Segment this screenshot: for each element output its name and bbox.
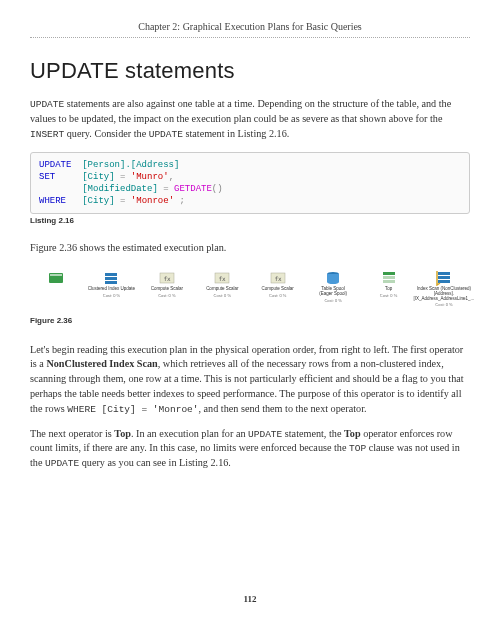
svg-rect-14	[383, 272, 395, 275]
operator-cost: Cost: 0 %	[214, 293, 231, 298]
listing-caption: Listing 2.16	[30, 216, 470, 227]
paragraph-2: Figure 2.36 shows the estimated executio…	[30, 241, 470, 256]
term: Top	[114, 428, 131, 439]
svg-point-13	[327, 280, 339, 284]
operator-label: Compute Scalar	[262, 287, 294, 292]
operator-label: Index Scan (NonClustered) [Address].[IX_…	[414, 287, 475, 302]
operator-label: Table Spool (Eager Spool)	[319, 287, 347, 297]
svg-rect-15	[383, 276, 395, 279]
plan-operator: fxCompute ScalarCost: 0 %	[141, 270, 193, 298]
plan-operator: Index Scan (NonClustered) [Address].[IX_…	[418, 270, 470, 308]
term: NonClustered Index Scan	[46, 358, 157, 369]
scan-icon	[436, 270, 452, 286]
operator-cost: Cost: 0 %	[435, 302, 452, 307]
sql-identifier: [City]	[66, 196, 120, 206]
sql-string: 'Munro'	[125, 172, 168, 182]
svg-rect-17	[438, 272, 450, 275]
operator-cost: Cost: 0 %	[103, 293, 120, 298]
svg-rect-4	[105, 281, 117, 284]
text: statement, the	[282, 428, 344, 439]
page-number: 112	[0, 593, 500, 605]
plan-operator: Table Spool (Eager Spool)Cost: 0 %	[307, 270, 359, 303]
operator-label: Clustered Index Update	[88, 287, 135, 292]
operator-cost: Cost: 0 %	[158, 293, 175, 298]
paragraph-1: UPDATE statements are also against one t…	[30, 97, 470, 141]
sql-operator: ()	[212, 184, 223, 194]
compute-icon: fx	[214, 270, 230, 286]
compute-icon: fx	[159, 270, 175, 286]
text: query. Consider the	[64, 128, 149, 139]
svg-rect-19	[438, 280, 450, 283]
top-icon	[381, 270, 397, 286]
svg-text:fx: fx	[163, 275, 171, 282]
compute-icon: fx	[270, 270, 286, 286]
sql-keyword: WHERE	[39, 196, 66, 206]
sql-operator: ,	[169, 172, 174, 182]
paragraph-4: The next operator is Top. In an executio…	[30, 427, 470, 471]
text: The next operator is	[30, 428, 114, 439]
code-block: UPDATE [Person].[Address] SET [City] = '…	[30, 152, 470, 215]
sql-operator: ;	[174, 196, 185, 206]
plan-operator: TopCost: 0 %	[363, 270, 415, 298]
paragraph-3: Let's begin reading this execution plan …	[30, 343, 470, 417]
plan-operator: fxCompute ScalarCost: 0 %	[252, 270, 304, 298]
spool-icon	[325, 270, 341, 286]
plan-operator: fxCompute ScalarCost: 0 %	[196, 270, 248, 298]
inline-code: UPDATE	[45, 458, 79, 469]
inline-code: TOP	[349, 443, 366, 454]
sql-string: 'Monroe'	[125, 196, 174, 206]
svg-rect-18	[438, 276, 450, 279]
svg-rect-3	[105, 277, 117, 280]
operator-label: Compute Scalar	[206, 287, 238, 292]
operator-label: Top	[385, 287, 392, 292]
plan-operator: Clustered Index UpdateCost: 0 %	[85, 270, 137, 298]
operator-cost: Cost: 0 %	[269, 293, 286, 298]
svg-rect-16	[383, 280, 395, 283]
operator-cost: Cost: 0 %	[380, 293, 397, 298]
text: query as you can see in Listing 2.16.	[79, 457, 231, 468]
inline-code: UPDATE	[248, 429, 282, 440]
inline-code: INSERT	[30, 129, 64, 140]
sql-keyword: SET	[39, 172, 55, 182]
term: Top	[344, 428, 361, 439]
text: statement in Listing 2.16.	[183, 128, 289, 139]
text: statements are also against one table at…	[30, 98, 451, 124]
inline-code: UPDATE	[30, 99, 64, 110]
svg-text:fx: fx	[274, 275, 282, 282]
chapter-header: Chapter 2: Graphical Execution Plans for…	[30, 20, 470, 38]
figure-caption: Figure 2.36	[30, 316, 470, 327]
sql-keyword: UPDATE	[39, 160, 71, 170]
plan-operator	[30, 270, 82, 287]
svg-rect-2	[105, 273, 117, 276]
sql-function: GETDATE	[169, 184, 212, 194]
svg-text:fx: fx	[219, 275, 227, 282]
inline-code: WHERE [City] = 'Monroe'	[67, 404, 198, 415]
operator-label: Compute Scalar	[151, 287, 183, 292]
text: , and then send them to the next operato…	[198, 403, 366, 414]
sql-identifier: [ModifiedDate]	[39, 184, 163, 194]
section-title: UPDATE statements	[30, 56, 470, 86]
sql-identifier: [City]	[55, 172, 120, 182]
tsql-icon	[48, 270, 64, 286]
sql-identifier: [Person].[Address]	[71, 160, 179, 170]
svg-rect-1	[50, 274, 62, 276]
text: . In an execution plan for an	[131, 428, 248, 439]
operator-cost: Cost: 0 %	[324, 298, 341, 303]
execution-plan-figure: Clustered Index UpdateCost: 0 %fxCompute…	[30, 266, 470, 312]
inline-code: UPDATE	[149, 129, 183, 140]
update-icon	[103, 270, 119, 286]
